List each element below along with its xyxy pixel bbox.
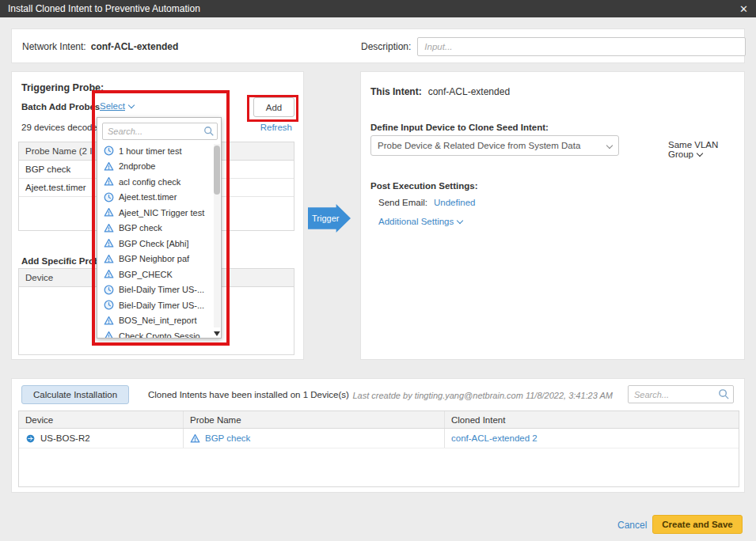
this-intent-label: This Intent: (370, 86, 422, 97)
send-email-label: Send Email: (378, 198, 427, 207)
table-header-row: Device Probe Name Cloned Intent (19, 411, 739, 429)
col-header-device: Device (19, 411, 184, 428)
description-input[interactable] (417, 37, 746, 56)
send-email-value-link[interactable]: Undefined (434, 198, 475, 207)
last-created-note: Last creatde by tingting.yang@netbrain.c… (352, 391, 613, 400)
probe-type-icon (104, 254, 114, 264)
dropdown-scrollbar[interactable] (214, 144, 220, 327)
probe-item-label: BOS_Nei_int_report (119, 316, 196, 325)
probe-item-label: BGP check (119, 223, 162, 233)
probe-list-item[interactable]: Check Crypto Sessio... (97, 328, 214, 338)
probe-item-label: Ajeet.test.timer (119, 192, 177, 202)
calculate-installation-button[interactable]: Calculate Installation (21, 385, 129, 404)
probe-list-item[interactable]: BGP_CHECK (97, 267, 214, 282)
probe-alert-icon (190, 433, 200, 444)
post-execution-settings-label: Post Execution Settings: (370, 181, 477, 191)
device-source-select[interactable]: Probe Device & Related Device from Syste… (370, 135, 619, 156)
network-intent-group: Network Intent:conf-ACL-extended (22, 41, 178, 52)
devices-decoded-note: 29 devices decode (21, 123, 97, 132)
device-icon (25, 433, 36, 444)
device-name: US-BOS-R2 (40, 433, 90, 443)
chevron-down-icon (128, 102, 135, 108)
this-intent-value: conf-ACL-extended (428, 86, 510, 97)
installed-note: Cloned Intents have been installed on 1 … (148, 390, 349, 399)
search-icon (203, 126, 215, 139)
probe-item-label: BGP Check [Abhi] (119, 239, 188, 248)
cloned-intent-cell: conf-ACL-extended 2 (445, 429, 739, 448)
scrollbar-thumb[interactable] (214, 146, 220, 195)
probe-name-link[interactable]: BGP check (205, 433, 250, 443)
table-row: US-BOS-R2 BGP check conf-ACL-extended 2 (19, 429, 739, 448)
install-cloned-intent-dialog: Install Cloned Intent to Preventive Auto… (0, 0, 756, 541)
select-probes-dropdown[interactable]: Select (100, 101, 134, 111)
create-and-save-button[interactable]: Create and Save (652, 515, 743, 534)
col-header-probe-name: Probe Name (184, 411, 445, 428)
chevron-down-icon (697, 150, 703, 157)
this-intent-row: This Intent:conf-ACL-extended (370, 86, 510, 97)
define-input-device-label: Define Input Device to Clone Seed Intent… (370, 123, 549, 132)
probe-type-icon (104, 331, 114, 338)
probe-cell: BGP check (184, 429, 445, 448)
probe-list-item[interactable]: Biel-Daily Timer US-... (97, 282, 214, 298)
add-specific-probe-label: Add Specific Prob (21, 256, 100, 266)
network-intent-value: conf-ACL-extended (91, 41, 179, 52)
probe-type-icon (104, 176, 114, 187)
description-group: Description: (361, 37, 746, 56)
probe-search-input[interactable] (102, 123, 218, 140)
trigger-arrow: Trigger (308, 204, 351, 233)
installation-result-panel: Calculate Installation Cloned Intents ha… (11, 378, 745, 493)
network-intent-label: Network Intent: (22, 41, 86, 52)
probe-item-label: 1 hour timer test (119, 146, 181, 156)
vlan-group-select[interactable]: Same VLAN Group (668, 140, 744, 159)
installed-intents-table: Device Probe Name Cloned Intent US-BOS-R… (18, 410, 739, 487)
device-cell: US-BOS-R2 (19, 429, 184, 448)
probe-list-item[interactable]: Biel-Daily Timer US-... (97, 297, 214, 313)
col-header-cloned-intent: Cloned Intent (445, 411, 739, 428)
probe-list-item[interactable]: 1 hour timer test (97, 143, 214, 159)
close-icon[interactable]: ✕ (739, 3, 748, 15)
dialog-title: Install Cloned Intent to Preventive Auto… (8, 3, 200, 14)
probe-list-item[interactable]: BGP Neighbor paf (97, 252, 214, 267)
triggering-probe-title: Triggering Probe: (21, 82, 104, 93)
probe-type-icon (104, 161, 114, 172)
probe-item-label: Biel-Daily Timer US-... (119, 285, 204, 294)
probe-list-item[interactable]: BGP Check [Abhi] (97, 236, 214, 252)
this-intent-panel: This Intent:conf-ACL-extended Define Inp… (360, 71, 745, 360)
probe-type-icon (104, 285, 114, 295)
probe-list: 1 hour timer test 2ndprobe acl con (97, 143, 214, 338)
refresh-link[interactable]: Refresh (260, 123, 292, 132)
cancel-button[interactable]: Cancel (617, 520, 647, 531)
chevron-down-icon (457, 218, 463, 224)
probe-item-label: 2ndprobe (119, 161, 156, 171)
probe-type-icon (104, 238, 114, 248)
probe-type-icon (104, 316, 114, 326)
additional-settings-link[interactable]: Additional Settings (378, 217, 462, 226)
probe-type-icon (104, 300, 114, 310)
probe-list-item[interactable]: acl config check (97, 174, 214, 190)
probe-list-item[interactable]: BOS_Nei_int_report (97, 313, 214, 329)
add-button[interactable]: Add (253, 97, 294, 117)
description-label: Description: (361, 41, 411, 52)
probe-item-label: Check Crypto Sessio... (119, 331, 207, 338)
trigger-arrow-label: Trigger (312, 214, 339, 223)
probe-item-label: BGP_CHECK (119, 270, 173, 279)
probe-item-label: Ajeet_NIC Trigger test (119, 208, 204, 218)
probe-item-label: acl config check (119, 177, 180, 187)
probe-list-item[interactable]: Ajeet_NIC Trigger test (97, 205, 214, 221)
chevron-down-icon (606, 142, 613, 149)
batch-add-probes-label: Batch Add Probes (21, 102, 100, 112)
probe-list-item[interactable]: Ajeet.test.timer (97, 190, 214, 206)
probe-list-item[interactable]: 2ndprobe (97, 159, 214, 175)
probe-item-label: Biel-Daily Timer US-... (119, 301, 204, 310)
probe-item-label: BGP Neighbor paf (119, 254, 189, 263)
probe-type-icon (104, 269, 114, 279)
probe-type-icon (104, 207, 114, 218)
probe-list-item[interactable]: BGP check (97, 221, 214, 236)
probe-type-icon (104, 223, 114, 233)
probe-select-dropdown: 1 hour timer test 2ndprobe acl con (97, 117, 222, 339)
scroll-down-arrow-icon[interactable] (214, 331, 220, 336)
intent-header-bar: Network Intent:conf-ACL-extended Descrip… (11, 28, 745, 63)
search-icon (718, 388, 730, 403)
cloned-intent-link[interactable]: conf-ACL-extended 2 (451, 433, 538, 443)
device-source-value: Probe Device & Related Device from Syste… (378, 141, 580, 150)
